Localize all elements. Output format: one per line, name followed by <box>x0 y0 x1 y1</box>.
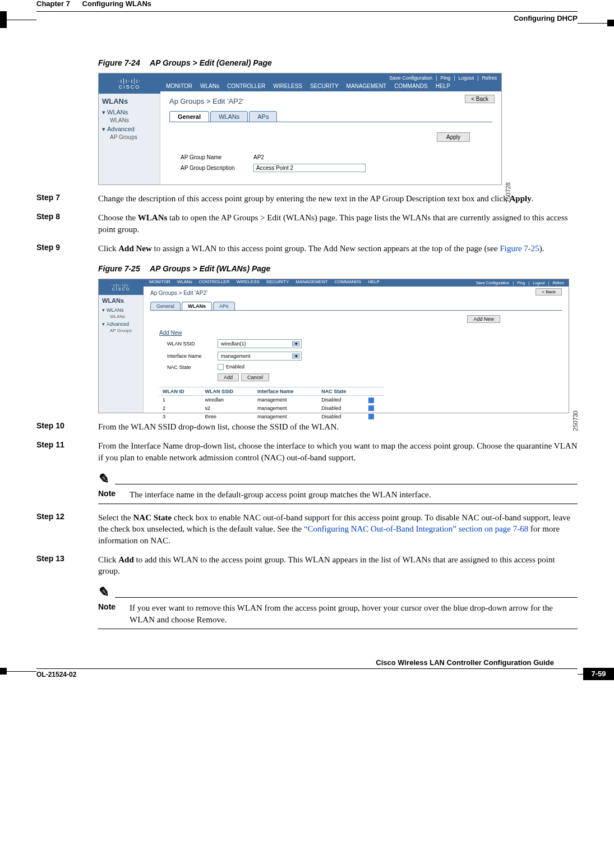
nac-state-label: NAC State <box>167 364 218 370</box>
note-1-label: Note <box>98 489 130 500</box>
page-header: Chapter 7 Configuring WLANs Configuring … <box>36 11 578 36</box>
interface-name-label: Interface Name <box>167 353 218 359</box>
ss2-side-group-advanced[interactable]: ▾Advanced <box>102 321 140 327</box>
th-nac-state: NAC State <box>318 387 365 396</box>
th-wlan-id: WLAN ID <box>159 387 202 396</box>
nac-state-checkbox[interactable] <box>218 364 224 370</box>
chevron-down-icon: ▾ <box>292 341 300 347</box>
ss2-side-item-wlans[interactable]: WLANs <box>110 314 140 319</box>
step-12-label: Step 12 <box>36 512 98 546</box>
menu-controller[interactable]: CONTROLLER <box>227 83 265 89</box>
link-refresh-2[interactable]: Refres <box>552 281 564 285</box>
header-section: Configuring DHCP <box>514 14 578 22</box>
footer-right-line <box>578 674 583 675</box>
ss2-side-item-apgroups[interactable]: AP Groups <box>110 328 140 333</box>
link-save-config[interactable]: Save Configuration <box>389 75 432 81</box>
back-button[interactable]: < Back <box>465 95 495 103</box>
ss-side-group-wlans[interactable]: ▾WLANs <box>102 109 156 116</box>
tab2-wlans[interactable]: WLANs <box>182 302 212 310</box>
menu-commands[interactable]: COMMANDS <box>394 83 427 89</box>
menu-help[interactable]: HELP <box>436 83 450 89</box>
menu-security[interactable]: SECURITY <box>310 83 339 89</box>
th-interface-name: Interface Name <box>254 387 318 396</box>
apply-button[interactable]: Apply <box>437 132 470 142</box>
ss2-tabs: General WLANs APs <box>150 302 562 311</box>
link-logout-2[interactable]: Logout <box>533 281 544 285</box>
link-nac-section[interactable]: “Configuring NAC Out-of-Band Integration… <box>304 524 528 533</box>
page-footer: Cisco Wireless LAN Controller Configurat… <box>36 668 578 702</box>
row-action-icon[interactable] <box>368 398 374 403</box>
ss-side-item-wlans[interactable]: WLANs <box>110 117 156 123</box>
figure-24-screenshot: 250728 WLANs ▾WLANs WLANs ▾Advanced AP G… <box>98 73 502 185</box>
menu2-help[interactable]: HELP <box>368 279 380 284</box>
header-line <box>7 20 36 20</box>
menu-monitor[interactable]: MONITOR <box>166 83 192 89</box>
note-2: ✎ Note If you ever want to remove this W… <box>98 584 578 629</box>
table-row: 1 wiredlan management Disabled <box>159 396 384 404</box>
table-row: 3 three management Disabled <box>159 412 384 421</box>
menu2-commands[interactable]: COMMANDS <box>335 279 362 284</box>
tab-wlans[interactable]: WLANs <box>210 111 248 122</box>
wlan-table: WLAN ID WLAN SSID Interface Name NAC Sta… <box>159 387 384 421</box>
tab-general[interactable]: General <box>169 111 209 122</box>
chapter-number: Chapter 7 <box>36 0 70 8</box>
link-logout[interactable]: Logout <box>459 75 474 81</box>
menu2-wlans[interactable]: WLANs <box>177 279 192 284</box>
menu2-controller[interactable]: CONTROLLER <box>199 279 230 284</box>
menu2-security[interactable]: SECURITY <box>266 279 289 284</box>
footer-doc-id: OL-21524-02 <box>36 671 76 678</box>
apgroup-desc-input[interactable] <box>253 164 366 172</box>
figure-25-number: Figure 7-25 <box>98 264 140 273</box>
figure-25-caption: Figure 7-25 AP Groups > Edit (WLANs) Pag… <box>98 264 578 273</box>
chapter-title: Configuring WLANs <box>82 0 151 8</box>
back-button-2[interactable]: < Back <box>535 288 562 296</box>
row-action-icon[interactable] <box>368 414 374 419</box>
step-13-label: Step 13 <box>36 554 98 577</box>
add-new-button[interactable]: Add New <box>467 315 500 323</box>
step-12-text: Select the NAC State check box to enable… <box>98 512 578 546</box>
figure-24-number: Figure 7-24 <box>98 58 140 67</box>
tab2-general[interactable]: General <box>150 302 181 310</box>
link-refresh[interactable]: Refres <box>482 75 497 81</box>
step-9-text: Click Add New to assign a WLAN to this a… <box>98 243 578 254</box>
menu-wireless[interactable]: WIRELESS <box>273 83 302 89</box>
link-ping-2[interactable]: Ping <box>517 281 525 285</box>
ss-topbar: ·ı|ı·ı|ı· CISCO Save Configuration| Ping… <box>160 73 501 91</box>
interface-name-dropdown[interactable]: management▾ <box>218 352 302 361</box>
link-ping[interactable]: Ping <box>440 75 450 81</box>
apgroup-name-value: AP2 <box>253 154 264 160</box>
figure-24-title: AP Groups > Edit (General) Page <box>150 58 272 67</box>
apgroup-name-label: AP Group Name <box>181 154 253 160</box>
tab-aps[interactable]: APs <box>249 111 277 122</box>
row-action-icon[interactable] <box>368 405 374 411</box>
footer-left-tab <box>0 668 7 675</box>
link-figure-7-25[interactable]: Figure 7-25 <box>500 244 539 253</box>
breadcrumb-2: Ap Groups > Edit 'AP2' <box>150 290 562 296</box>
ss-side-group-advanced[interactable]: ▾Advanced <box>102 126 156 133</box>
cisco-logo-2: ·ı|ı·ı|ı· CISCO <box>99 279 144 295</box>
ss-toplinks: Save Configuration| Ping| Logout| Refres <box>389 75 497 81</box>
add-new-heading: Add New <box>159 330 562 336</box>
cisco-logo: ·ı|ı·ı|ı· CISCO <box>99 73 160 94</box>
step-8-text: Choose the WLANs tab to open the AP Grou… <box>98 212 578 235</box>
add-button[interactable]: Add <box>218 373 239 381</box>
cancel-button[interactable]: Cancel <box>241 373 269 381</box>
menu2-monitor[interactable]: MONITOR <box>149 279 170 284</box>
note-icon: ✎ <box>97 584 111 600</box>
header-left: Chapter 7 Configuring WLANs <box>36 0 151 8</box>
menu2-wireless[interactable]: WIRELESS <box>236 279 259 284</box>
ss2-side-group-wlans[interactable]: ▾WLANs <box>102 307 140 313</box>
figure-24-caption: Figure 7-24 AP Groups > Edit (General) P… <box>98 58 578 67</box>
apgroup-desc-label: AP Group Description <box>181 165 253 171</box>
menu-management[interactable]: MANAGEMENT <box>347 83 387 89</box>
menu2-management[interactable]: MANAGEMENT <box>296 279 327 284</box>
step-10-label: Step 10 <box>36 421 98 432</box>
menu-wlans[interactable]: WLANs <box>200 83 219 89</box>
step-13-text: Click Add to add this WLAN to the access… <box>98 554 578 577</box>
link-save-config-2[interactable]: Save Configuration <box>476 281 510 285</box>
ss-side-item-apgroups[interactable]: AP Groups <box>110 134 156 140</box>
wlan-ssid-dropdown[interactable]: wiredlan(1)▾ <box>218 339 302 348</box>
ss-side-title: WLANs <box>102 97 156 105</box>
header-right-tab <box>607 20 614 26</box>
tab2-aps[interactable]: APs <box>213 302 235 310</box>
